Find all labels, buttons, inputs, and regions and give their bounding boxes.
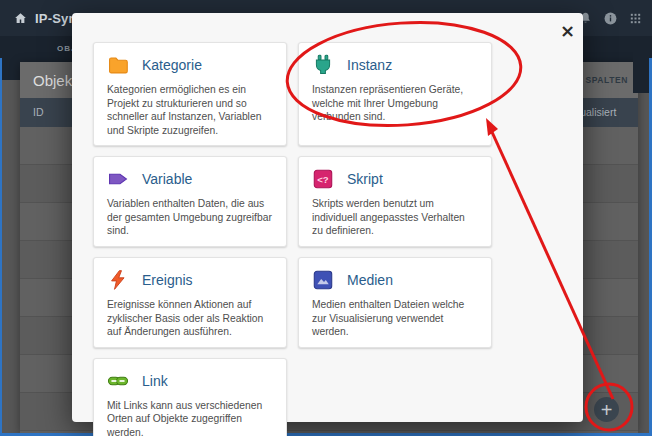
card-description: Kategorien ermöglichen es ein Projekt zu… xyxy=(107,83,273,137)
folder-icon xyxy=(107,54,129,76)
column-header-id: ID xyxy=(33,106,44,118)
card-link[interactable]: Link Mit Links kann aus verschiedenen Or… xyxy=(93,358,287,436)
card-instanz[interactable]: Instanz Instanzen repräsentieren Geräte,… xyxy=(298,42,492,146)
script-icon: <? xyxy=(312,168,334,190)
card-title: Medien xyxy=(347,272,393,288)
home-icon[interactable] xyxy=(13,11,28,26)
add-object-button[interactable]: + xyxy=(594,397,619,422)
card-kategorie[interactable]: Kategorie Kategorien ermöglichen es ein … xyxy=(93,42,287,146)
object-type-cards: Kategorie Kategorien ermöglichen es ein … xyxy=(93,42,492,436)
card-medien[interactable]: Medien Medien enthalten Dateien welche z… xyxy=(298,257,492,348)
image-icon xyxy=(312,269,334,291)
apps-grid-icon[interactable] xyxy=(628,11,643,26)
card-title: Kategorie xyxy=(142,57,202,73)
columns-button-label: SPALTEN xyxy=(585,75,628,85)
svg-text:<?: <? xyxy=(317,174,329,185)
card-variable[interactable]: Variable Variablen enthalten Daten, die … xyxy=(93,156,287,247)
card-title: Variable xyxy=(142,171,192,187)
tag-icon xyxy=(107,168,129,190)
card-description: Variablen enthalten Daten, die aus der g… xyxy=(107,197,273,238)
card-title: Skript xyxy=(347,171,383,187)
info-icon[interactable] xyxy=(603,11,618,26)
header-icon-group xyxy=(578,0,643,36)
card-description: Ereignisse können Aktionen auf zyklische… xyxy=(107,298,273,339)
card-title: Instanz xyxy=(347,57,392,73)
card-description: Instanzen repräsentieren Geräte, welche … xyxy=(312,83,478,124)
window-border-left xyxy=(0,58,2,436)
lightning-icon xyxy=(107,269,129,291)
plug-icon xyxy=(312,54,334,76)
card-description: Medien enthalten Dateien welche zur Visu… xyxy=(312,298,478,339)
card-title: Ereignis xyxy=(142,272,193,288)
chain-icon xyxy=(107,370,129,392)
card-title: Link xyxy=(142,373,168,389)
card-skript[interactable]: <? Skript Skripts werden benutzt um indi… xyxy=(298,156,492,247)
card-description: Skripts werden benutzt um individuell an… xyxy=(312,197,478,238)
add-object-modal: × Kategorie Kategorien ermöglichen es ei… xyxy=(72,13,583,422)
app-window: IP-Symcon OBJEKTBAUM Objektbaum SPALTEN xyxy=(0,0,652,436)
close-icon[interactable]: × xyxy=(560,22,575,40)
card-ereignis[interactable]: Ereignis Ereignisse können Aktionen auf … xyxy=(93,257,287,348)
card-description: Mit Links kann aus verschiedenen Orten a… xyxy=(107,399,273,436)
